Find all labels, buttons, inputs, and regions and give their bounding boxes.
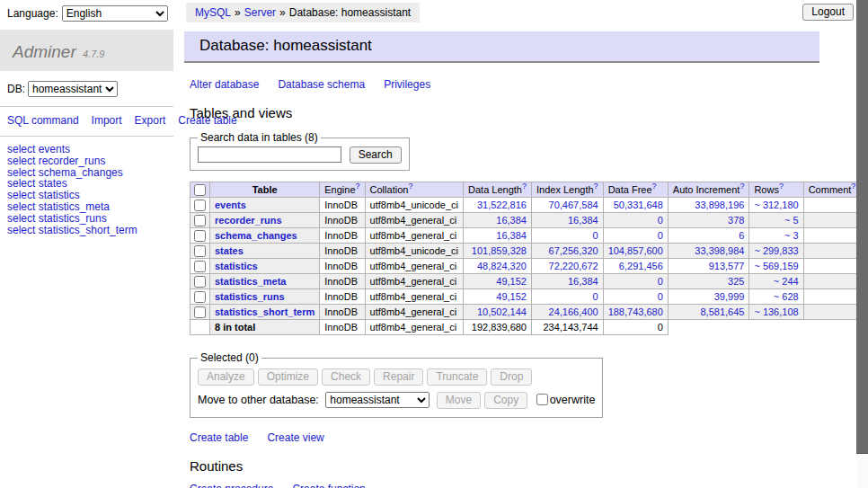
- database-schema-link[interactable]: Database schema: [278, 78, 365, 91]
- events-auto-increment-link[interactable]: 33,898,196: [695, 200, 744, 210]
- schema_changes-data-free-link[interactable]: 0: [658, 230, 663, 241]
- statistics_meta-index-length-link[interactable]: 16,384: [568, 276, 598, 287]
- statistics_runs-index-length-link[interactable]: 0: [593, 291, 598, 302]
- statistics-table-link[interactable]: statistics: [215, 261, 258, 271]
- rows-help-link[interactable]: ?: [779, 182, 784, 191]
- vertical-scrollbar[interactable]: [856, 0, 868, 488]
- recorder_runs-auto-increment-link[interactable]: 378: [728, 215, 744, 226]
- statistics_meta-data-free-link[interactable]: 0: [658, 276, 663, 287]
- search-input[interactable]: [198, 146, 341, 163]
- truncate-button[interactable]: Truncate: [427, 368, 487, 386]
- statistics-data-free-link[interactable]: 6,291,456: [619, 261, 663, 271]
- data-free-help-link[interactable]: ?: [652, 182, 657, 191]
- statistics_runs-rows-link[interactable]: ~ 628: [774, 291, 799, 302]
- recorder_runs-table-link[interactable]: recorder_runs: [215, 215, 282, 226]
- language-select[interactable]: English: [62, 5, 168, 22]
- statistics-checkbox[interactable]: [194, 261, 206, 272]
- engine-help-link[interactable]: ?: [356, 182, 360, 191]
- create-table-link[interactable]: Create table: [178, 114, 236, 127]
- states-rows-link[interactable]: ~ 299,833: [754, 245, 798, 256]
- collation-help-link[interactable]: ?: [408, 182, 412, 191]
- schema_changes-auto-increment-link[interactable]: 6: [739, 230, 744, 241]
- statistics_short_term-data-free-link[interactable]: 188,743,680: [608, 306, 663, 317]
- optimize-button[interactable]: Optimize: [258, 368, 318, 386]
- import-link[interactable]: Import: [92, 114, 122, 127]
- statistics_meta-table-link[interactable]: statistics_meta: [215, 276, 287, 287]
- alter-database-link[interactable]: Alter database: [190, 78, 259, 91]
- analyze-button[interactable]: Analyze: [198, 368, 254, 386]
- select-events-link[interactable]: select events: [7, 144, 173, 155]
- schema_changes-rows-link[interactable]: ~ 3: [784, 230, 799, 241]
- states-checkbox[interactable]: [194, 245, 206, 257]
- overwrite-checkbox[interactable]: [536, 394, 548, 405]
- select-statistics-runs-link[interactable]: select statistics_runs: [7, 213, 173, 225]
- recorder_runs-index-length-link[interactable]: 16,384: [568, 215, 598, 226]
- statistics-index-length-link[interactable]: 72,220,672: [549, 261, 598, 271]
- sql-command-link[interactable]: SQL command: [7, 114, 79, 127]
- move-button[interactable]: Move: [437, 392, 481, 409]
- states-table-link[interactable]: states: [215, 245, 244, 256]
- statistics-rows-link[interactable]: ~ 569,159: [754, 261, 798, 271]
- copy-button[interactable]: Copy: [484, 392, 527, 409]
- create-function-link[interactable]: Create function: [292, 483, 365, 488]
- statistics_short_term-checkbox[interactable]: [194, 306, 206, 318]
- select-statistics-short-term-link[interactable]: select statistics_short_term: [7, 225, 173, 236]
- states-index-length-link[interactable]: 67,256,320: [549, 245, 598, 256]
- recorder_runs-data-free-link[interactable]: 0: [658, 215, 663, 226]
- privileges-link[interactable]: Privileges: [384, 78, 430, 91]
- statistics_runs-auto-increment-link[interactable]: 39,999: [714, 291, 745, 302]
- statistics_runs-data-free-link[interactable]: 0: [658, 291, 663, 302]
- events-table-link[interactable]: events: [215, 200, 246, 210]
- drop-button[interactable]: Drop: [491, 368, 532, 386]
- export-link[interactable]: Export: [135, 114, 166, 127]
- breadcrumb-link-mysql[interactable]: MySQL: [195, 6, 231, 19]
- statistics-data-length-link[interactable]: 48,824,320: [477, 261, 527, 271]
- statistics-auto-increment-link[interactable]: 913,577: [709, 261, 745, 271]
- repair-button[interactable]: Repair: [374, 368, 423, 386]
- events-index-length-link[interactable]: 70,467,584: [549, 200, 598, 210]
- events-data-length-link[interactable]: 31,522,816: [477, 200, 527, 210]
- statistics_meta-data-length-link[interactable]: 49,152: [496, 276, 527, 287]
- events-data-free-link[interactable]: 50,331,648: [614, 200, 663, 210]
- statistics_meta-rows-link[interactable]: ~ 244: [774, 276, 799, 287]
- recorder_runs-checkbox[interactable]: [194, 215, 206, 226]
- recorder_runs-rows-link[interactable]: ~ 5: [784, 215, 799, 226]
- select-recorder-runs-link[interactable]: select recorder_runs: [7, 155, 173, 167]
- statistics_meta-checkbox[interactable]: [194, 276, 206, 288]
- schema_changes-index-length-link[interactable]: 0: [593, 230, 598, 241]
- schema_changes-checkbox[interactable]: [194, 230, 206, 242]
- states-data-free-link[interactable]: 104,857,600: [608, 245, 663, 256]
- recorder_runs-data-length-link[interactable]: 16,384: [496, 215, 527, 226]
- move-db-select[interactable]: homeassistant: [325, 392, 430, 408]
- create-procedure-link[interactable]: Create procedure: [190, 483, 273, 488]
- events-checkbox[interactable]: [194, 200, 206, 211]
- statistics_runs-table-link[interactable]: statistics_runs: [215, 291, 285, 302]
- schema_changes-table-link[interactable]: schema_changes: [215, 230, 297, 241]
- breadcrumb-link-server[interactable]: Server: [244, 6, 276, 19]
- statistics_meta-auto-increment-link[interactable]: 325: [728, 276, 744, 287]
- select-statistics-meta-link[interactable]: select statistics_meta: [7, 201, 173, 213]
- db-select[interactable]: homeassistant: [28, 81, 118, 97]
- logout-button[interactable]: Logout: [802, 4, 854, 21]
- schema_changes-data-length-link[interactable]: 16,384: [496, 230, 527, 241]
- statistics_short_term-data-length-link[interactable]: 10,502,144: [477, 306, 527, 317]
- check-button[interactable]: Check: [322, 368, 370, 386]
- statistics_runs-data-length-link[interactable]: 49,152: [496, 291, 527, 302]
- statistics_short_term-auto-increment-link[interactable]: 8,581,645: [700, 306, 744, 317]
- create-table-link[interactable]: Create table: [190, 431, 248, 444]
- scrollbar-thumb[interactable]: [856, 0, 868, 454]
- search-button[interactable]: Search: [350, 146, 402, 164]
- events-rows-link[interactable]: ~ 312,180: [754, 200, 798, 210]
- statistics_runs-checkbox[interactable]: [194, 291, 206, 303]
- auto-increment-help-link[interactable]: ?: [740, 182, 744, 191]
- statistics_short_term-rows-link[interactable]: ~ 136,108: [754, 306, 798, 317]
- comment-help-link[interactable]: ?: [851, 182, 855, 191]
- select-all-checkbox[interactable]: [194, 184, 206, 196]
- data-length-help-link[interactable]: ?: [522, 182, 527, 191]
- statistics_short_term-table-link[interactable]: statistics_short_term: [215, 306, 314, 317]
- adminer-version[interactable]: 4.7.9: [83, 49, 104, 59]
- index-length-help-link[interactable]: ?: [594, 182, 598, 191]
- statistics_short_term-index-length-link[interactable]: 24,166,400: [549, 306, 598, 317]
- states-data-length-link[interactable]: 101,859,328: [472, 245, 527, 256]
- create-view-link[interactable]: Create view: [267, 431, 323, 444]
